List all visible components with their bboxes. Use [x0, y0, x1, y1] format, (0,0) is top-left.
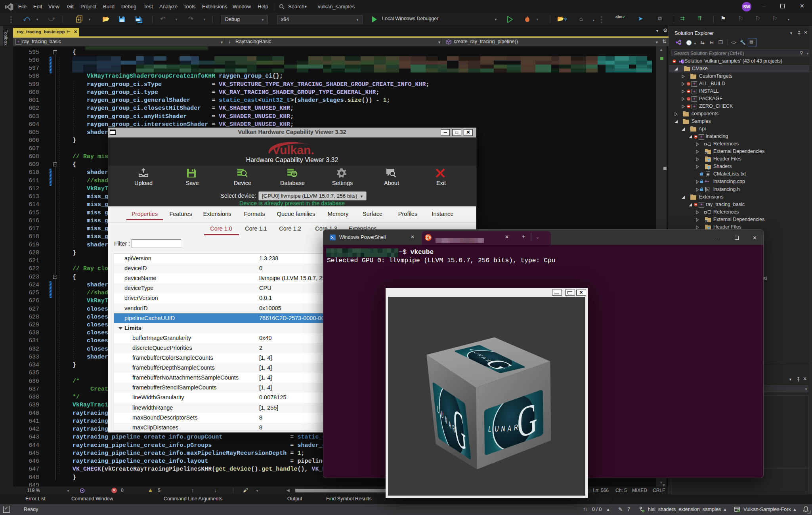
svg-text:N: N: [501, 424, 506, 433]
svg-text:L: L: [437, 403, 439, 416]
svg-text:G: G: [517, 393, 538, 448]
svg-text:N: N: [476, 354, 485, 357]
svg-text:U: U: [441, 408, 443, 421]
svg-text:L: L: [468, 349, 476, 351]
svg-text:U: U: [494, 424, 499, 433]
svg-text:A: A: [507, 423, 512, 433]
svg-text:U: U: [472, 351, 481, 354]
svg-text:N: N: [445, 413, 447, 426]
svg-text:L: L: [488, 424, 492, 433]
svg-text:A: A: [449, 418, 451, 431]
svg-text:Vulkan: Vulkan: [272, 143, 311, 156]
svg-text:R: R: [514, 422, 518, 432]
